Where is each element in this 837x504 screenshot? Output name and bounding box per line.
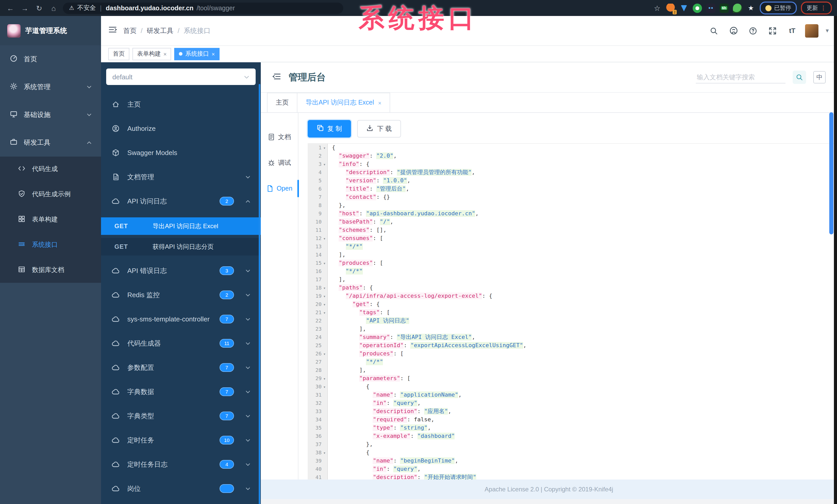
fullscreen-icon[interactable] <box>766 24 779 37</box>
sidebar-item-system-api[interactable]: 系统接口 <box>0 232 101 258</box>
swagger-group[interactable]: Redis 监控 2 <box>101 283 261 307</box>
fold-icon[interactable]: ▾ <box>322 161 326 169</box>
sidebar-item-system[interactable]: 系统管理 <box>0 73 101 101</box>
app-title: 芋道管理系统 <box>25 26 67 35</box>
back-icon[interactable]: ← <box>5 4 16 12</box>
breadcrumb-devtools[interactable]: 研发工具 <box>147 26 174 35</box>
extension-icon[interactable]: 6h <box>719 3 729 13</box>
tag-home[interactable]: 首页 <box>108 48 129 60</box>
close-icon[interactable]: × <box>378 100 381 106</box>
extension-icon[interactable]: 1 <box>666 3 675 13</box>
app-header: 首页 / 研发工具 / 系统接口 tT ▼ <box>101 16 837 46</box>
swagger-group[interactable]: 代码生成器 11 <box>101 331 261 355</box>
operation-row[interactable]: GET 获得API 访问日志分页 <box>101 238 261 256</box>
sidebar-item-infra[interactable]: 基础设施 <box>0 101 101 129</box>
update-chip[interactable]: 更新⋮ <box>801 2 832 14</box>
sidebar-item-home[interactable]: 首页 <box>0 45 101 73</box>
address-bar[interactable]: ⚠ 不安全 | dashboard.yudao.iocoder.cn/tool/… <box>63 2 343 14</box>
line-number: 30▾ <box>308 383 327 391</box>
side-tab-label: 文档 <box>278 133 291 142</box>
paused-extension-chip[interactable]: 已暂停 <box>760 2 797 14</box>
swagger-group[interactable]: 定时任务日志 4 <box>101 452 261 477</box>
project-select[interactable]: default <box>106 69 256 85</box>
caret-down-icon[interactable]: ▼ <box>825 28 830 34</box>
fold-icon[interactable]: ▾ <box>322 293 326 301</box>
doc-tab-home[interactable]: 主页 <box>267 93 297 112</box>
line-number: 37 <box>308 441 327 449</box>
code-line: "consumes": [ <box>332 235 837 243</box>
extension-icon[interactable]: ★ <box>746 3 755 13</box>
extension-icon[interactable] <box>693 3 702 13</box>
swagger-group-api-access-log[interactable]: API 访问日志 2 <box>101 189 261 213</box>
copy-button[interactable]: 复 制 <box>308 120 351 137</box>
fold-icon[interactable]: ▾ <box>322 235 326 243</box>
code-line: { <box>332 449 837 457</box>
line-number: 22 <box>308 317 327 325</box>
swagger-nav-authorize[interactable]: Authorize <box>101 116 261 141</box>
swagger-nav-home[interactable]: 主页 <box>101 92 261 116</box>
sidebar-toggle-icon[interactable] <box>108 26 117 36</box>
swagger-group[interactable]: 岗位 <box>101 477 261 501</box>
fold-icon[interactable]: ▾ <box>322 350 326 358</box>
page-scrollbar[interactable] <box>829 112 833 235</box>
forward-icon[interactable]: → <box>20 4 30 12</box>
editor-pane: 复 制 下 载 1▾2 3▾4 5 6 7 8 9 10 11 12▾13 14… <box>298 113 837 480</box>
swagger-nav-models[interactable]: Swagger Models <box>101 141 261 165</box>
operation-row[interactable]: GET 导出API 访问日志 Excel <box>101 217 261 235</box>
swagger-nav-doc-manage[interactable]: 文档管理 <box>101 165 261 189</box>
swagger-group[interactable]: 字典类型 7 <box>101 404 261 428</box>
avatar[interactable] <box>805 24 818 37</box>
swagger-group[interactable]: API 错误日志 3 <box>101 259 261 283</box>
json-editor[interactable]: 1▾2 3▾4 5 6 7 8 9 10 11 12▾13 14 15▾16 1… <box>308 143 837 480</box>
app-logo-row[interactable]: 芋道管理系统 <box>0 16 101 45</box>
fold-icon[interactable]: ▾ <box>322 309 326 317</box>
swagger-group[interactable]: sys-sms-template-controller 7 <box>101 307 261 331</box>
search-icon[interactable] <box>707 24 720 37</box>
fold-icon[interactable]: ▾ <box>322 375 326 383</box>
code-line: "description": "提供管理员管理的所有功能", <box>332 168 837 177</box>
reload-icon[interactable]: ↻ <box>34 4 44 12</box>
side-tab-open[interactable]: Open <box>261 176 298 201</box>
line-number: 29▾ <box>308 374 327 383</box>
swagger-group[interactable]: 参数配置 7 <box>101 355 261 379</box>
sidebar-item-codegen[interactable]: 代码生成 <box>0 156 101 182</box>
doc-search-icon[interactable] <box>793 71 806 84</box>
fold-icon[interactable]: ▾ <box>322 284 326 293</box>
sidebar-item-devtools[interactable]: 研发工具 <box>0 129 101 156</box>
help-icon[interactable] <box>746 24 760 37</box>
extension-icon[interactable] <box>733 3 742 13</box>
cloud-icon <box>111 461 120 468</box>
collapse-sidebar-icon[interactable] <box>272 72 281 82</box>
home-icon[interactable]: ⌂ <box>49 4 59 12</box>
close-icon[interactable]: × <box>163 51 167 57</box>
swagger-group[interactable]: 字典数据 7 <box>101 379 261 404</box>
chevron-down-icon <box>244 74 249 79</box>
breadcrumb-home[interactable]: 首页 <box>123 26 137 35</box>
doc-search-input[interactable] <box>696 71 785 83</box>
extension-grid-icon[interactable] <box>706 3 715 13</box>
language-toggle[interactable]: 中 <box>813 71 826 83</box>
font-size-icon[interactable]: tT <box>785 24 799 37</box>
sidebar-item-form-builder[interactable]: 表单构建 <box>0 207 101 232</box>
fold-icon[interactable]: ▾ <box>322 383 326 391</box>
tag-form-builder[interactable]: 表单构建× <box>132 48 171 60</box>
sidebar-item-db-doc[interactable]: 数据库文档 <box>0 258 101 283</box>
fold-icon[interactable]: ▾ <box>322 260 326 268</box>
bookmark-star-icon[interactable]: ☆ <box>653 3 662 13</box>
fold-icon[interactable]: ▾ <box>322 144 326 152</box>
code-line: "name": "applicationName", <box>332 391 837 399</box>
line-number: 8 <box>308 201 327 210</box>
side-tab-debug[interactable]: 调试 <box>261 150 298 176</box>
swagger-scrollbar[interactable] <box>259 84 260 504</box>
fold-icon[interactable]: ▾ <box>322 449 326 458</box>
github-icon[interactable] <box>727 24 740 37</box>
tag-system-api[interactable]: 系统接口× <box>175 48 219 60</box>
fold-icon[interactable]: ▾ <box>322 301 326 309</box>
extension-pin-icon[interactable] <box>679 3 689 13</box>
close-icon[interactable]: × <box>212 51 215 57</box>
sidebar-item-codegen-demo[interactable]: 代码生成示例 <box>0 182 101 207</box>
doc-tab-export-api[interactable]: 导出API 访问日志 Excel× <box>297 93 390 112</box>
swagger-group[interactable]: 定时任务 10 <box>101 428 261 452</box>
download-button[interactable]: 下 载 <box>357 120 401 137</box>
side-tab-doc[interactable]: 文档 <box>261 124 298 150</box>
